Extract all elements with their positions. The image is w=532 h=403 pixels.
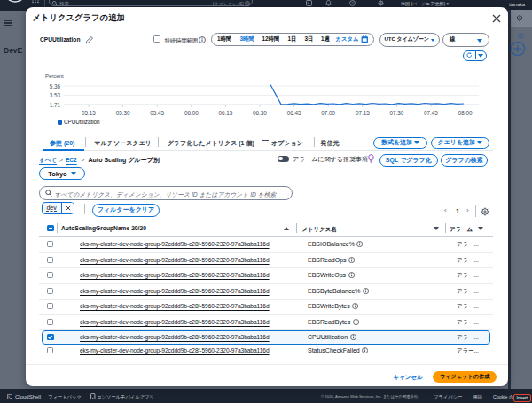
svg-text:?: ? xyxy=(351,1,354,5)
